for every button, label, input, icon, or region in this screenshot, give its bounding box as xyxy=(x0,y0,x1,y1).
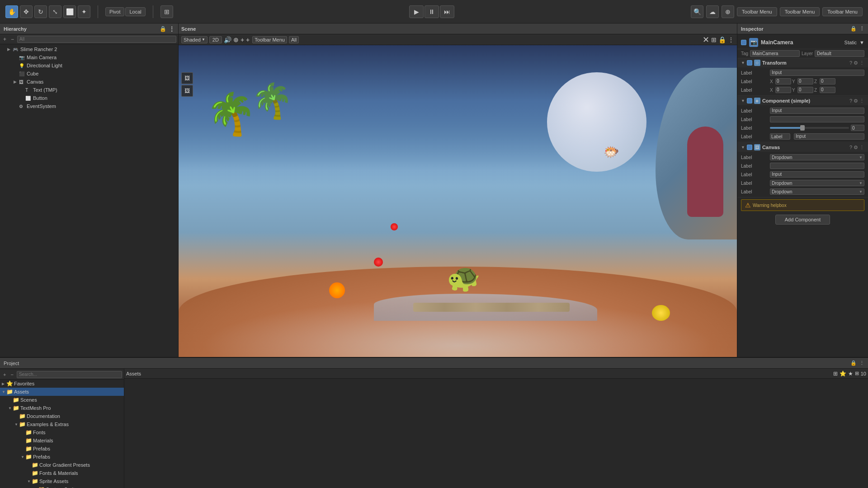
comp-menu-icon[interactable]: ⋮ xyxy=(859,145,864,150)
hierarchy-lock-icon[interactable]: 🔒 xyxy=(160,26,166,32)
2d-btn[interactable]: 2D xyxy=(209,36,222,43)
tree-item-main-camera[interactable]: 📷 Main Camera xyxy=(0,53,178,61)
tree-item-cube[interactable]: ⬛ Cube xyxy=(0,70,178,78)
cloud-btn[interactable]: ☁ xyxy=(706,5,719,18)
field-dropdown[interactable]: Dropdown ▼ xyxy=(770,188,864,195)
y-input[interactable]: 0 xyxy=(797,87,813,93)
x-input[interactable]: 0 xyxy=(775,78,791,84)
project-minus-btn[interactable]: − xyxy=(9,372,14,377)
move-tool[interactable]: ✥ xyxy=(20,5,33,18)
toolbar-menu-3[interactable]: Toolbar Menu xyxy=(822,7,863,16)
proj-item-prefabs-sub[interactable]: ▼ 📁 Prefabs xyxy=(0,453,124,461)
filter-icon[interactable]: ⭐ xyxy=(840,371,846,377)
comp-settings-icon[interactable]: ⚙ xyxy=(854,98,858,104)
inspector-menu-icon[interactable]: ⋮ xyxy=(859,26,864,32)
pivot-btn[interactable]: Pivot xyxy=(105,7,124,16)
layers-btn[interactable]: ⊕ xyxy=(722,5,734,18)
proj-item-textmesh[interactable]: ▼ 📁 TextMesh Pro xyxy=(0,404,124,412)
hierarchy-minus-btn[interactable]: − xyxy=(9,36,15,42)
rect-tool[interactable]: ⬜ xyxy=(63,5,76,18)
project-menu-icon[interactable]: ⋮ xyxy=(859,360,864,366)
tree-item-slime-rancher[interactable]: ▶ 🎮 Slime Rancher 2 xyxy=(0,45,178,53)
canvas-component-header[interactable]: ▼ 🖼 Canvas ? ⚙ ⋮ xyxy=(737,143,868,152)
z-input[interactable]: 0 xyxy=(820,87,835,93)
scale-tool[interactable]: ⤡ xyxy=(49,5,61,18)
comp-settings-icon[interactable]: ⚙ xyxy=(854,60,858,66)
proj-item-color-gradient[interactable]: 📁 Color Gradient Presets xyxy=(0,461,124,469)
field-input[interactable]: Input xyxy=(770,108,864,114)
extra-tool[interactable]: ⊞ xyxy=(160,5,173,18)
comp-help-icon[interactable]: ? xyxy=(849,98,852,104)
maximize-scene-icon[interactable]: ⊞ xyxy=(711,36,717,43)
hand-tool[interactable]: ✋ xyxy=(5,5,18,18)
toolbar-menu-1[interactable]: Toolbar Menu xyxy=(737,7,777,16)
audio-btn[interactable]: 🔊 xyxy=(224,36,231,43)
comp-enabled-checkbox[interactable] xyxy=(747,60,752,66)
transform-tool[interactable]: ✦ xyxy=(78,5,90,18)
scene-view-area[interactable]: 🌴 🌴 🐢 xyxy=(179,45,737,357)
hierarchy-add-btn[interactable]: + xyxy=(2,36,8,42)
scene-options-btn[interactable]: + xyxy=(241,36,244,43)
comp-help-icon[interactable]: ? xyxy=(849,145,852,150)
comp-menu-icon[interactable]: ⋮ xyxy=(859,60,864,66)
scene-tab-label[interactable]: Scene xyxy=(181,26,196,32)
scene-toolbar-menu[interactable]: Toolbar Menu xyxy=(252,36,287,43)
tag-value[interactable]: MainCamera xyxy=(750,50,800,57)
scene-more-btn[interactable]: + xyxy=(246,36,250,43)
object-enabled-checkbox[interactable] xyxy=(741,40,746,45)
comp-menu-icon[interactable]: ⋮ xyxy=(859,98,864,104)
proj-item-examples[interactable]: ▼ 📁 Examples & Extras xyxy=(0,420,124,428)
scene-tool-1[interactable]: 🖼 xyxy=(181,72,193,84)
field-dropdown[interactable]: Dropdown ▼ xyxy=(770,180,864,186)
inspector-lock-icon[interactable]: 🔒 xyxy=(850,26,857,32)
field-input[interactable] xyxy=(770,163,864,169)
favorites-icon[interactable]: ★ xyxy=(848,371,853,377)
field-input[interactable]: Input xyxy=(770,171,864,178)
gizmos-btn[interactable]: ⊕ xyxy=(233,36,239,43)
hierarchy-menu-icon[interactable]: ⋮ xyxy=(169,26,175,32)
transform-header[interactable]: ▼ ⊹ Transform ? ⚙ ⋮ xyxy=(737,58,868,67)
proj-item-fonts-materials[interactable]: 📁 Fonts & Materials xyxy=(0,469,124,477)
add-component-btn[interactable]: Add Component xyxy=(775,215,830,225)
static-dropdown[interactable]: ▼ xyxy=(859,40,864,45)
project-lock-icon[interactable]: 🔒 xyxy=(850,360,857,366)
lock-scene-icon[interactable]: 🔒 xyxy=(718,36,726,43)
scene-all-btn[interactable]: All xyxy=(289,36,299,43)
layer-value[interactable]: Default xyxy=(815,50,864,57)
y-input[interactable]: 0 xyxy=(797,78,813,84)
close-scene-icon[interactable]: ✕ xyxy=(703,35,709,45)
field-input[interactable]: Input xyxy=(770,70,864,76)
view-toggle-icon[interactable]: ⊞ xyxy=(833,371,838,377)
rotate-tool[interactable]: ↻ xyxy=(34,5,47,18)
tree-item-canvas[interactable]: ▶ 🖼 Canvas xyxy=(0,78,178,86)
proj-item-sprite-assets[interactable]: ▼ 📁 Sprite Assets xyxy=(0,477,124,485)
proj-item-custom-sprites[interactable]: 📁 Custom Sprites xyxy=(0,485,124,488)
simple-component-header[interactable]: ▼ ◈ Component (simple) ? ⚙ ⋮ xyxy=(737,96,868,105)
proj-item-materials[interactable]: 📁 Materials xyxy=(0,436,124,445)
hierarchy-search[interactable] xyxy=(17,36,176,43)
field-input[interactable] xyxy=(770,116,864,122)
field-slider[interactable] xyxy=(770,127,849,129)
proj-item-favorites[interactable]: ▶ ⭐ Favorites xyxy=(0,380,124,388)
toolbar-menu-2[interactable]: Toolbar Menu xyxy=(780,7,820,16)
proj-item-assets[interactable]: ▼ 📁 Assets xyxy=(0,388,124,396)
project-add-btn[interactable]: + xyxy=(2,372,7,377)
proj-item-prefabs-root[interactable]: 📁 Prefabs xyxy=(0,445,124,453)
tree-item-text-tmp[interactable]: T Text (TMP) xyxy=(0,86,178,94)
step-btn[interactable]: ⏭ xyxy=(440,5,454,18)
object-name[interactable]: MainCamera xyxy=(761,39,842,46)
x-input[interactable]: 0 xyxy=(775,87,791,93)
slider-value[interactable]: 0 xyxy=(851,125,864,131)
comp-settings-icon[interactable]: ⚙ xyxy=(854,145,858,150)
local-btn[interactable]: Local xyxy=(125,7,145,16)
search-btn[interactable]: 🔍 xyxy=(691,5,703,18)
comp-enabled-checkbox[interactable] xyxy=(747,98,752,103)
play-btn[interactable]: ▶ xyxy=(409,5,424,18)
field-dropdown[interactable]: Dropdown ▼ xyxy=(770,154,864,160)
project-search[interactable] xyxy=(17,371,122,378)
field-input[interactable]: Input xyxy=(794,133,864,140)
scene-menu-icon[interactable]: ⋮ xyxy=(728,36,734,43)
tree-item-button[interactable]: ⬜ Button xyxy=(0,94,178,102)
proj-item-documentation[interactable]: 📁 Documentation xyxy=(0,412,124,420)
tree-item-event-system[interactable]: ⚙ EventSystem xyxy=(0,102,178,110)
